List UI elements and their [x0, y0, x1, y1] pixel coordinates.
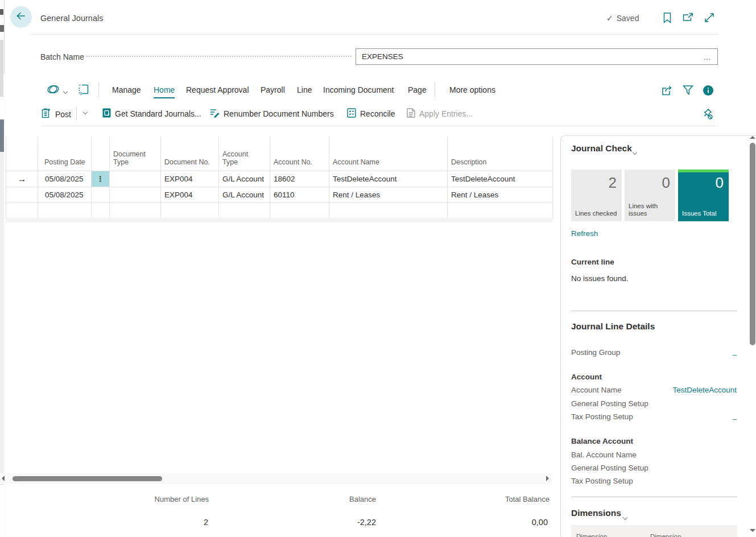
lines-with-issues-card[interactable]: 0 Lines with issues [625, 170, 675, 221]
account-name-cell[interactable] [329, 203, 448, 218]
menu-item-more-options[interactable]: More options [449, 85, 495, 94]
menu-item-request-approval[interactable]: Request Approval [186, 85, 249, 94]
batch-name-leader-dots [86, 56, 352, 57]
bal-general-posting-setup-label: General Posting Setup [571, 464, 648, 472]
scroll-right-arrow-icon[interactable] [546, 476, 549, 481]
share-icon[interactable] [662, 85, 673, 98]
total-balance-label: Total Balance [398, 495, 550, 503]
dimensions-chevron-icon[interactable] [620, 513, 627, 523]
get-standard-journals-button[interactable]: Get Standard Journals... [102, 108, 201, 119]
account-type-cell[interactable]: G/L Account [219, 171, 270, 187]
account-no-cell[interactable]: 60110 [270, 187, 329, 203]
cell-menu-button[interactable]: ⋮ [92, 171, 110, 187]
row-indicator-cell [6, 187, 38, 203]
save-status: ✓ Saved [606, 14, 639, 23]
command-bar-divider [98, 82, 99, 97]
menu-item-incoming-document[interactable]: Incoming Document [323, 85, 394, 94]
number-of-lines-label: Number of Lines [57, 495, 209, 503]
header-account-no[interactable]: Account No. [270, 137, 329, 171]
document-type-cell[interactable] [110, 203, 161, 218]
vertical-scrollbar[interactable] [750, 135, 756, 537]
menu-item-page[interactable]: Page [408, 85, 427, 94]
views-chevron-icon[interactable] [60, 87, 67, 97]
description-cell[interactable]: TestDeleteAccount [448, 171, 553, 187]
views-icon[interactable] [47, 83, 60, 98]
renumber-document-numbers-button[interactable]: Renumber Document Numbers [210, 108, 334, 119]
unpin-icon[interactable] [702, 109, 713, 120]
header-posting-date[interactable]: Posting Date [38, 137, 92, 171]
account-section-title: Account [571, 373, 602, 381]
document-no-cell[interactable]: EXP004 [161, 171, 219, 187]
designer-icon[interactable] [79, 84, 89, 97]
vertical-scrollbar-thumb[interactable] [750, 143, 755, 345]
document-no-cell[interactable]: EXP004 [161, 187, 219, 203]
issues-total-card[interactable]: 0 Issues Total [678, 170, 729, 221]
header-cell-menu [92, 137, 110, 171]
journal-line-details-title: Journal Line Details [571, 321, 655, 332]
assist-edit-button[interactable]: … [703, 52, 712, 61]
account-type-cell[interactable]: G/L Account [219, 187, 270, 203]
journal-check-chevron-icon[interactable] [630, 148, 637, 158]
page-title: General Journals [40, 14, 103, 23]
menu-item-payroll[interactable]: Payroll [261, 85, 285, 94]
account-name-cell[interactable]: TestDeleteAccount [329, 171, 448, 187]
document-type-cell[interactable] [110, 187, 161, 203]
post-split-divider [76, 108, 77, 120]
menu-item-line[interactable]: Line [297, 85, 312, 94]
grid-header-row: Posting Date Document Type Document No. … [6, 137, 553, 171]
background-window-sliver [0, 0, 6, 537]
refresh-link[interactable]: Refresh [571, 229, 598, 238]
batch-name-field[interactable]: EXPENSES … [356, 48, 718, 65]
balance-value: -2,22 [239, 518, 376, 527]
description-cell[interactable]: Rent / Leases [448, 187, 553, 203]
journal-check-cards: 2 Lines checked 0 Lines with issues 0 Is… [571, 170, 729, 221]
expand-icon[interactable] [704, 13, 714, 23]
menu-item-manage[interactable]: Manage [112, 85, 141, 94]
panel-divider [571, 497, 737, 497]
account-type-cell[interactable] [219, 203, 270, 218]
number-of-lines-value: 2 [57, 518, 208, 527]
open-in-new-window-icon[interactable] [683, 13, 693, 23]
filter-icon[interactable] [683, 85, 693, 98]
table-row: 05/08/2025 EXP004 G/L Account 60110 Rent… [6, 187, 553, 203]
horizontal-scrollbar[interactable] [0, 473, 552, 484]
back-arrow-icon [15, 10, 27, 24]
description-cell[interactable] [448, 203, 553, 218]
header-account-type[interactable]: Account Type [219, 137, 270, 171]
dimensions-grid-header: Dimension Dimension [571, 525, 737, 537]
posting-date-cell[interactable] [38, 203, 92, 218]
apply-entries-button[interactable]: Apply Entries... [407, 108, 473, 119]
horizontal-scrollbar-thumb[interactable] [13, 476, 162, 481]
balance-label: Balance [239, 495, 376, 503]
command-bar: Manage Home Request Approval Payroll Lin… [40, 80, 719, 102]
header-document-no[interactable]: Document No. [161, 137, 219, 171]
document-type-cell[interactable] [110, 171, 161, 187]
menu-item-home[interactable]: Home [154, 85, 175, 94]
current-line-status: No issues found. [571, 274, 629, 283]
post-dropdown-chevron[interactable] [80, 110, 87, 114]
posting-date-cell[interactable]: 05/08/2025 [38, 171, 92, 187]
lines-checked-card[interactable]: 2 Lines checked [571, 170, 622, 221]
scroll-down-arrow-icon[interactable] [750, 529, 755, 532]
scroll-up-arrow-icon[interactable] [750, 136, 755, 139]
posting-date-cell[interactable]: 05/08/2025 [38, 187, 92, 203]
current-row-arrow-icon: → [18, 174, 27, 184]
tax-posting-setup-value[interactable]: – [732, 415, 737, 423]
document-no-cell[interactable] [161, 203, 219, 218]
row-indicator-cell: → [6, 171, 38, 187]
account-name-cell[interactable]: Rent / Leases [329, 187, 448, 203]
header-document-type[interactable]: Document Type [110, 137, 161, 171]
posting-group-value[interactable]: – [732, 350, 737, 359]
account-no-cell[interactable] [270, 203, 329, 218]
account-name-link[interactable]: TestDeleteAccount [672, 386, 737, 394]
back-button[interactable] [10, 6, 32, 28]
bookmark-icon[interactable] [663, 13, 672, 23]
scroll-left-arrow-icon[interactable] [2, 476, 5, 481]
post-button[interactable]: Post [42, 108, 71, 120]
account-no-cell[interactable]: 18602 [270, 171, 329, 187]
info-icon[interactable] [703, 85, 713, 98]
header-account-name[interactable]: Account Name [329, 137, 448, 171]
header-description[interactable]: Description [448, 137, 553, 171]
reconcile-button[interactable]: Reconcile [347, 108, 395, 119]
bal-tax-posting-setup-label: Tax Posting Setup [571, 477, 633, 485]
